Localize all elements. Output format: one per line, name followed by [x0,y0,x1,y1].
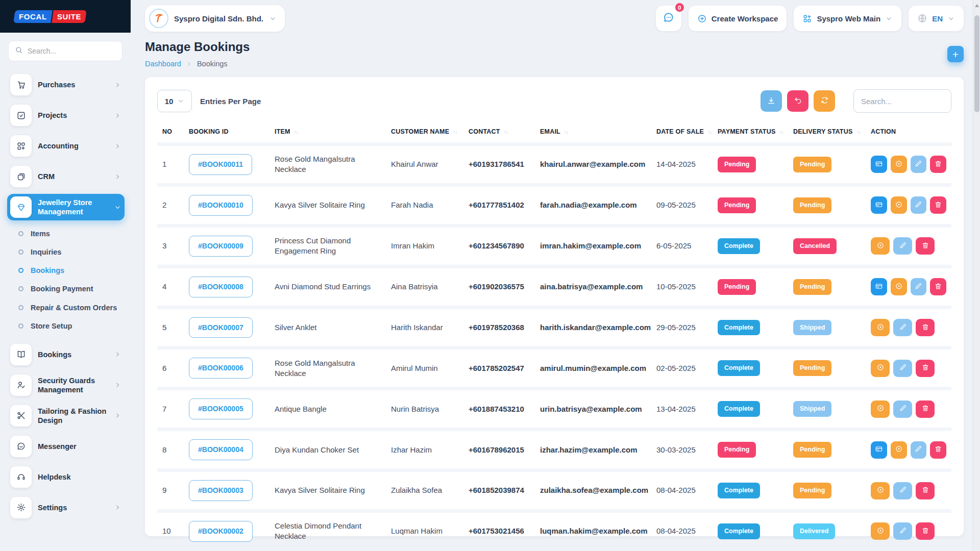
column-header-contact[interactable]: CONTACT↑↓ [463,122,535,144]
sidebar-item-bookings[interactable]: Bookings [7,341,125,368]
booking-id-link[interactable]: #BOOK00008 [189,277,253,297]
sidebar-search-input[interactable] [28,47,120,55]
sidebar-subitem-bookings[interactable]: Bookings [18,261,125,280]
sort-icon[interactable]: ↑↓ [779,129,783,135]
sidebar-item-projects[interactable]: Projects [7,102,125,129]
create-workspace-button[interactable]: Create Workspace [689,6,787,31]
window-scrollbar[interactable] [973,0,980,551]
edit-action-button[interactable] [893,360,912,377]
booking-id-link[interactable]: #BOOK00005 [189,398,253,419]
delete-action-button[interactable] [930,278,946,295]
table-search-input[interactable] [853,89,951,113]
sort-icon[interactable]: ↑↓ [564,129,568,135]
sidebar-item-settings[interactable]: Settings [7,494,125,521]
view-action-button[interactable] [871,319,890,336]
sidebar-subitem-repair-custom-orders[interactable]: Repair & Custom Orders [18,298,125,317]
chevron-right-icon [114,381,121,389]
edit-action-button[interactable] [911,156,927,173]
delete-action-button[interactable] [930,156,946,173]
payment-action-button[interactable] [871,156,887,173]
sidebar-item-accounting[interactable]: Accounting [7,133,125,159]
sort-icon[interactable]: ↑↓ [856,129,860,135]
view-action-button[interactable] [871,400,890,418]
view-action-button[interactable] [891,441,907,459]
column-header-email[interactable]: EMAIL↑↓ [535,122,651,144]
view-action-button[interactable] [871,360,890,377]
entries-select[interactable]: 10 [157,90,192,112]
sidebar-item-messenger[interactable]: Messenger [7,433,125,460]
toolbar-right [761,89,951,113]
refresh-button[interactable] [814,90,835,112]
sidebar-item-crm[interactable]: CRM [7,163,125,190]
delete-action-button[interactable] [916,237,935,255]
chevron-down-icon [947,15,955,22]
gear-icon [10,497,32,518]
payment-action-button[interactable] [871,441,887,459]
export-download-button[interactable] [761,90,782,112]
workspace-selector[interactable]: Syspro Digital Sdn. Bhd. [145,5,285,32]
sidebar-subitem-booking-payment[interactable]: Booking Payment [18,280,125,298]
view-action-button[interactable] [891,156,907,173]
booking-id-link[interactable]: #BOOK00011 [189,154,252,175]
cell-no: 8 [157,430,184,470]
language-selector[interactable]: EN [909,6,964,31]
sort-icon[interactable]: ↑↓ [294,129,298,135]
booking-id-link[interactable]: #BOOK00002 [189,521,253,542]
column-header-delivery-status[interactable]: DELIVERY STATUS↑↓ [788,122,866,144]
view-action-button[interactable] [871,522,890,540]
messages-button[interactable]: 0 [656,6,681,31]
sidebar-subitem-inquiries[interactable]: Inquiries [18,243,125,261]
column-header-customer-name[interactable]: CUSTOMER NAME↑↓ [386,122,463,144]
delete-action-button[interactable] [916,400,935,418]
sidebar-item-purchases[interactable]: Purchases [7,71,125,98]
column-header-no: NO [157,122,184,144]
sidebar-item-jewellery-store-management[interactable]: Jewellery Store Management [7,194,125,220]
view-action-button[interactable] [891,196,907,214]
view-action-button[interactable] [871,482,890,499]
sidebar-subitem-store-setup[interactable]: Store Setup [18,317,125,335]
booking-id-link[interactable]: #BOOK00003 [189,480,253,501]
booking-id-link[interactable]: #BOOK00009 [189,236,253,257]
edit-action-button[interactable] [893,237,912,255]
delete-action-button[interactable] [916,522,935,540]
edit-action-button[interactable] [911,196,927,214]
sidebar-item-helpdesk[interactable]: Helpdesk [7,464,125,490]
edit-action-button[interactable] [911,441,927,459]
add-booking-button[interactable]: + [947,46,964,62]
scrollbar-up-arrow[interactable] [975,4,979,7]
booking-id-link[interactable]: #BOOK00007 [189,317,253,338]
edit-action-button[interactable] [893,522,912,540]
delete-action-button[interactable] [930,196,946,214]
booking-id-link[interactable]: #BOOK00004 [189,439,253,460]
column-header-item[interactable]: ITEM↑↓ [270,122,386,144]
globe-icon [917,13,927,23]
sidebar-item-tailoring-fashion-design[interactable]: Tailoring & Fashion Design [7,403,125,429]
sort-icon[interactable]: ↑↓ [453,129,457,135]
delete-action-button[interactable] [916,360,935,377]
booking-id-link[interactable]: #BOOK00010 [189,195,253,216]
reset-undo-button[interactable] [787,90,808,112]
column-header-date-of-sale[interactable]: DATE OF SALE↑↓ [651,122,713,144]
view-action-button[interactable] [891,278,907,295]
edit-action-button[interactable] [893,319,912,336]
booking-id-link[interactable]: #BOOK00006 [189,358,253,379]
sidebar-subitem-items[interactable]: Items [18,224,125,243]
breadcrumb-link-dashboard[interactable]: Dashboard [145,60,181,68]
sort-icon[interactable]: ↑↓ [707,129,712,135]
delete-action-button[interactable] [916,319,935,336]
app-selector[interactable]: Syspro Web Main [794,6,901,31]
sidebar-item-security-guards-management[interactable]: Security Guards Management [7,372,125,398]
delete-action-button[interactable] [916,482,935,499]
edit-action-button[interactable] [893,482,912,499]
edit-action-button[interactable] [911,278,927,295]
sort-icon[interactable]: ↑↓ [504,129,508,135]
table-toolbar: 10 Entries Per Page [157,89,951,113]
scrollbar-thumb[interactable] [974,15,979,112]
delete-action-button[interactable] [930,441,946,459]
column-header-payment-status[interactable]: PAYMENT STATUS↑↓ [713,122,788,144]
view-action-button[interactable] [871,237,890,255]
payment-action-button[interactable] [871,196,887,214]
edit-action-button[interactable] [893,400,912,418]
delivery-status-badge: Pending [793,197,831,213]
payment-action-button[interactable] [871,278,887,295]
